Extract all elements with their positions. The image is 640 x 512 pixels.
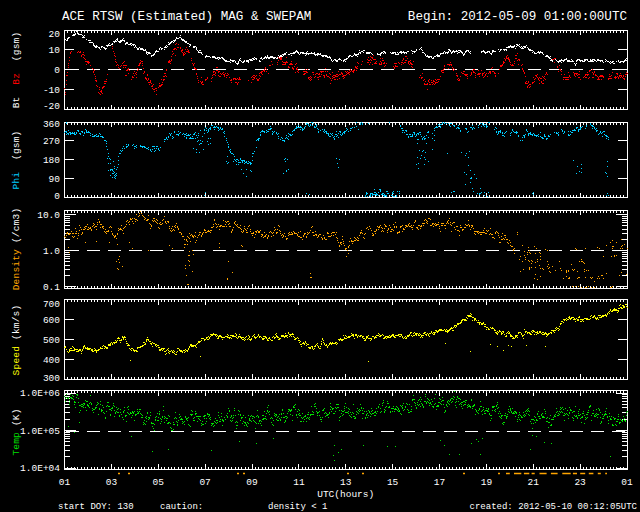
svg-text:21: 21 [527,477,539,488]
svg-text:1.0E+05: 1.0E+05 [20,426,60,437]
svg-text:Density (/cm3): Density (/cm3) [11,208,22,291]
svg-text:10.0: 10.0 [37,210,60,221]
svg-text:1.0: 1.0 [43,246,60,257]
svg-text:300: 300 [43,373,60,384]
svg-text:01: 01 [59,477,71,488]
svg-text:created: 2012-05-10 00:12:05UT: created: 2012-05-10 00:12:05UTC [470,502,638,512]
svg-text:caution:: caution: [160,502,203,512]
svg-text:Phi (gsm): Phi (gsm) [11,130,22,189]
svg-text:Begin: 2012-05-09 01:00:00UTC: Begin: 2012-05-09 01:00:00UTC [408,10,628,24]
svg-text:600: 600 [43,315,60,326]
svg-text:90: 90 [49,174,61,185]
svg-text:Speed (km/s): Speed (km/s) [11,305,22,376]
svg-text:07: 07 [199,477,210,488]
svg-text:19: 19 [481,477,493,488]
svg-text:10: 10 [49,45,61,56]
svg-text:400: 400 [43,355,60,366]
svg-text:500: 500 [43,335,60,346]
svg-text:05: 05 [152,477,164,488]
svg-text:11: 11 [293,477,305,488]
svg-text:13: 13 [340,477,352,488]
svg-text:20: 20 [49,29,61,40]
svg-text:15: 15 [387,477,399,488]
svg-text:700: 700 [43,299,60,310]
svg-text:1.0E+04: 1.0E+04 [20,463,60,474]
svg-text:0: 0 [54,65,60,76]
svg-text:09: 09 [246,477,258,488]
svg-text:Bt Bz (gsm): Bt Bz (gsm) [11,32,22,109]
svg-text:-20: -20 [43,101,60,112]
svg-text:0.1: 0.1 [43,282,60,293]
svg-text:180: 180 [43,155,60,166]
svg-text:17: 17 [434,477,445,488]
svg-text:start DOY: 130: start DOY: 130 [58,502,134,512]
svg-text:1.0E+06: 1.0E+06 [20,388,60,399]
svg-text:01: 01 [621,477,633,488]
svg-text:23: 23 [574,477,586,488]
svg-text:Temp (K): Temp (K) [11,408,22,455]
svg-text:03: 03 [106,477,118,488]
svg-text:270: 270 [43,136,60,147]
svg-text:360: 360 [43,119,60,130]
svg-text:-10: -10 [43,85,60,96]
svg-text:density < 1: density < 1 [268,502,327,512]
svg-text:0: 0 [54,191,60,202]
svg-text:UTC(hours): UTC(hours) [317,489,374,500]
svg-text:ACE RTSW (Estimated) MAG & SWE: ACE RTSW (Estimated) MAG & SWEPAM [62,10,311,24]
